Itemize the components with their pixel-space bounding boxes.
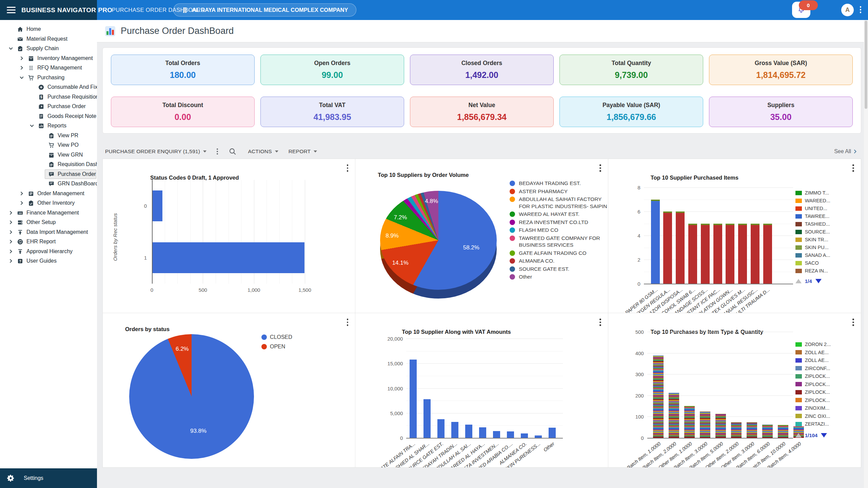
kpi-gross-value-sar: Gross Value (SAR)1,814,695.72 bbox=[709, 55, 853, 85]
chart-menu-icon[interactable] bbox=[852, 164, 854, 172]
sidebar-item-label: EHR Report bbox=[26, 239, 97, 245]
chart-menu-icon[interactable] bbox=[599, 164, 601, 172]
kpi-total-quantity: Total Quantity9,739.00 bbox=[559, 55, 703, 85]
sidebar-item-grn-dashboard[interactable]: GRN DashBoard bbox=[0, 179, 97, 189]
chart-card-status-codes: Status Codes 0 Draft, 1 ApprovedOrders b… bbox=[103, 159, 355, 313]
sidebar-item-rfq-management[interactable]: RFQ Management bbox=[0, 63, 97, 73]
x-category-label: Other bbox=[542, 441, 555, 453]
sidebar-item-reports[interactable]: Reports bbox=[0, 121, 97, 131]
sidebar-item-approval-hierarchy[interactable]: Approval Hierarchy bbox=[0, 247, 97, 257]
sidebar-item-other-inventory[interactable]: Other Inventory bbox=[0, 198, 97, 208]
sidebar-item-goods-receipt-note[interactable]: Goods Receipt Note bbox=[0, 111, 97, 121]
sidebar-item-consumable-and-fixed[interactable]: Consumable And Fixed bbox=[0, 82, 97, 92]
sidebar-item-view-po[interactable]: View PO bbox=[0, 140, 97, 150]
chart-menu-icon[interactable] bbox=[852, 319, 854, 326]
see-all-link[interactable]: See All bbox=[834, 148, 858, 155]
settings-label: Settings bbox=[24, 475, 43, 481]
sidebar-item-material-request[interactable]: Material Request bbox=[0, 34, 97, 44]
page-up-icon[interactable] bbox=[795, 433, 802, 438]
sidebar-item-inventory-management[interactable]: Inventory Management bbox=[0, 54, 97, 63]
page-up-icon[interactable] bbox=[795, 279, 802, 283]
archive-box-icon bbox=[48, 152, 55, 160]
toolbar-kebab-icon[interactable] bbox=[217, 148, 218, 155]
page-down-icon[interactable] bbox=[821, 433, 827, 438]
chart-title: Top 10 Suppliers by Order Volume bbox=[378, 172, 469, 178]
legend-item: ZINC OXI... bbox=[795, 413, 830, 419]
dots-grid-icon bbox=[28, 65, 34, 73]
cart-icon bbox=[28, 75, 34, 82]
actions-dropdown[interactable]: ACTIONS bbox=[248, 148, 278, 155]
chat-lines-icon bbox=[48, 181, 55, 188]
bar bbox=[726, 224, 734, 284]
company-selector-chip[interactable]: AL RAYA INTERNATIONAL MEDICAL COMPLEX CO… bbox=[173, 3, 356, 17]
notification-button[interactable]: 0 bbox=[792, 2, 810, 18]
sidebar-item-other-setup[interactable]: Other Setup bbox=[0, 218, 97, 227]
x-axis bbox=[644, 284, 793, 284]
legend-bullet bbox=[795, 406, 802, 410]
page-down-icon[interactable] bbox=[815, 279, 822, 283]
y-tick-label: 0 bbox=[379, 435, 403, 441]
sidebar-item-purchase-order[interactable]: Purchase Order bbox=[0, 102, 97, 111]
legend-bullet bbox=[795, 366, 802, 370]
header-kebab-icon[interactable] bbox=[860, 6, 862, 13]
y-tick-label: 20,000 bbox=[379, 336, 403, 342]
kpi-value: 1,814,695.72 bbox=[756, 70, 806, 80]
legend-bullet bbox=[510, 181, 515, 186]
upload-icon bbox=[17, 248, 23, 256]
chevron-down-icon bbox=[203, 150, 206, 152]
sidebar-item-data-import-management[interactable]: Data Import Management bbox=[0, 227, 97, 237]
sidebar-item-view-pr[interactable]: View PR bbox=[0, 131, 97, 141]
sidebar-item-order-management[interactable]: Order Management bbox=[0, 189, 97, 199]
legend-item: ZIMMO T... bbox=[795, 190, 829, 196]
kpi-open-orders: Open Orders99.00 bbox=[260, 55, 404, 85]
chat-lines-icon bbox=[48, 171, 55, 179]
slice-percent-label: 4.8% bbox=[425, 198, 438, 205]
kpi-value: 35.00 bbox=[770, 112, 792, 122]
legend-bullet bbox=[795, 245, 802, 250]
chart-menu-icon[interactable] bbox=[599, 319, 601, 326]
hamburger-menu-icon[interactable] bbox=[7, 7, 16, 14]
avatar[interactable]: A bbox=[841, 4, 854, 16]
legend-item: ZOLL AE... bbox=[795, 350, 829, 355]
legend-label: OPEN bbox=[270, 344, 285, 350]
sidebar-item-label: Purchasing bbox=[37, 75, 97, 81]
chart-menu-icon[interactable] bbox=[347, 319, 349, 326]
kpi-label: Net Value bbox=[469, 102, 495, 109]
sidebar-item-supply-chain[interactable]: Supply Chain bbox=[0, 44, 97, 54]
kpi-label: Suppliers bbox=[767, 102, 794, 109]
bar bbox=[669, 393, 679, 438]
sidebar-item-requisition-dashboard[interactable]: Requisition DashBoard bbox=[0, 160, 97, 169]
sidebar-item-purchasing[interactable]: Purchasing bbox=[0, 73, 97, 83]
legend-item: OPEN bbox=[261, 344, 285, 350]
chevron-right-icon bbox=[19, 65, 24, 72]
x-tick-label: 0 bbox=[142, 287, 162, 293]
scrollbar-thumb[interactable] bbox=[865, 21, 867, 109]
legend-item: SOURCE... bbox=[795, 229, 830, 235]
legend-label: ZERTAZI... bbox=[805, 421, 829, 427]
report-dropdown[interactable]: REPORT bbox=[289, 148, 317, 155]
legend-item: TASHIED... bbox=[795, 221, 830, 227]
search-icon[interactable] bbox=[228, 147, 237, 156]
legend-label: SKIN PU... bbox=[805, 245, 829, 250]
sidebar-item-finance-management[interactable]: 100Finance Management bbox=[0, 208, 97, 218]
legend-item: WAREED... bbox=[795, 198, 830, 203]
sidebar-item-ehr-report[interactable]: EHR Report bbox=[0, 237, 97, 247]
legend-item: ZIPLOCK... bbox=[795, 398, 830, 403]
clipboard-check-icon bbox=[17, 45, 23, 53]
sidebar-item-purchase-order-dashboard[interactable]: Purchase Order Dashboard bbox=[0, 169, 97, 179]
enquiry-dropdown[interactable]: PURCHASE ORDER ENQUIRY (1,591) bbox=[105, 148, 206, 155]
bar bbox=[410, 360, 417, 438]
slice-percent-label: 7.2% bbox=[394, 214, 407, 221]
legend-item: TAWREED GATE COMPANY FOR BUSINESS SERVIC… bbox=[510, 235, 608, 249]
chart-menu-icon[interactable] bbox=[347, 164, 349, 172]
scrollbar[interactable] bbox=[864, 20, 868, 488]
kpi-row: Total Orders180.00Open Orders99.00Closed… bbox=[111, 55, 853, 85]
refresh-icon bbox=[17, 239, 23, 246]
legend-item: ZOLL AE... bbox=[795, 358, 829, 363]
sidebar-item-user-guides[interactable]: ?User Guides bbox=[0, 256, 97, 266]
sidebar-item-purchase-requisition[interactable]: $Purchase Requisition bbox=[0, 92, 97, 102]
sidebar-item-home[interactable]: Home bbox=[0, 24, 97, 34]
settings-button[interactable]: Settings bbox=[0, 468, 97, 488]
bar bbox=[701, 224, 710, 284]
sidebar-item-view-grn[interactable]: View GRN bbox=[0, 150, 97, 160]
